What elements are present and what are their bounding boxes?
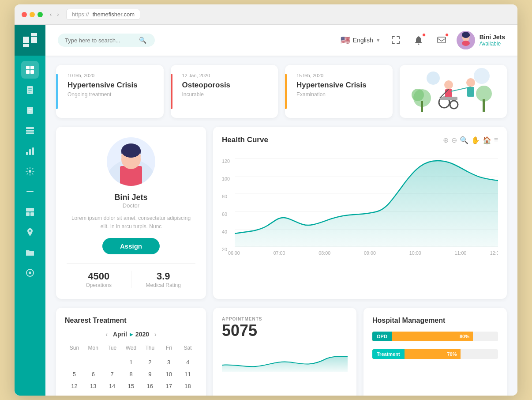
- search-icon: 🔍: [139, 37, 146, 44]
- cal-day[interactable]: 14: [103, 380, 122, 392]
- svg-point-51: [427, 72, 440, 85]
- bar-indicator-red: [171, 74, 172, 109]
- home-icon[interactable]: 🏠: [483, 136, 491, 144]
- cal-day[interactable]: 8: [122, 368, 141, 380]
- hc-header: Health Curve ⊕ ⊖ 🔍 ✋ 🏠 ≡: [222, 136, 498, 144]
- appointments-card: APPOINTMENTS 5075: [213, 308, 356, 396]
- diag-title-1: Hypertensive Crisis: [64, 81, 156, 90]
- cal-day[interactable]: 21: [103, 392, 122, 396]
- cal-day[interactable]: 17: [159, 380, 178, 392]
- cal-day[interactable]: 20: [84, 392, 103, 396]
- cal-day[interactable]: 3: [159, 356, 178, 368]
- menu-icon[interactable]: ≡: [494, 136, 498, 144]
- fullscreen-button[interactable]: [388, 32, 404, 48]
- sidebar-icon-location[interactable]: [21, 223, 39, 241]
- cal-days-header: Sun Mon Tue Wed Thu Fri Sat: [65, 343, 197, 353]
- search-input[interactable]: [65, 37, 135, 44]
- cal-day[interactable]: 6: [84, 368, 103, 380]
- magnify-icon[interactable]: 🔍: [460, 136, 468, 144]
- svg-rect-30: [438, 37, 446, 43]
- app-container: 🔍 🇺🇸 English ▼: [15, 25, 517, 396]
- stat-operations: 4500 Operations: [67, 271, 131, 288]
- cal-day[interactable]: 24: [159, 392, 178, 396]
- svg-text:60: 60: [222, 211, 227, 217]
- sidebar-icon-chart[interactable]: [21, 142, 39, 160]
- user-info[interactable]: Bini Jets Available: [457, 31, 505, 49]
- cal-day[interactable]: 25: [178, 392, 197, 396]
- svg-point-38: [412, 89, 424, 101]
- svg-rect-3: [31, 33, 37, 36]
- sidebar-icon-settings[interactable]: [21, 162, 39, 180]
- cal-prev-button[interactable]: ‹: [105, 331, 108, 338]
- cal-next-button[interactable]: ›: [154, 331, 157, 338]
- svg-rect-44: [440, 97, 457, 100]
- svg-rect-16: [26, 130, 34, 132]
- cal-day[interactable]: 1: [122, 356, 141, 368]
- cal-day[interactable]: 22: [122, 392, 141, 396]
- svg-rect-0: [23, 37, 29, 43]
- messages-button[interactable]: [434, 32, 450, 48]
- diag-sub-3: Examination: [293, 91, 385, 98]
- svg-rect-18: [26, 152, 28, 155]
- url-protocol: https://: [72, 11, 89, 18]
- sidebar-icon-note[interactable]: [21, 102, 39, 119]
- nearest-treatment-card: Nearest Treatment ‹ April ▸ 2020 ›: [56, 308, 206, 396]
- cal-day[interactable]: 10: [159, 368, 178, 380]
- diag-sub-1: Ongoing treatment: [64, 91, 156, 98]
- svg-rect-12: [27, 107, 33, 114]
- svg-point-33: [462, 41, 470, 46]
- nav-back[interactable]: ‹: [48, 10, 53, 19]
- cal-day[interactable]: 2: [140, 356, 159, 368]
- cal-day[interactable]: 11: [178, 368, 197, 380]
- bar-indicator-orange: [285, 74, 287, 109]
- cal-day[interactable]: 19: [65, 392, 84, 396]
- cal-day[interactable]: 23: [140, 392, 159, 396]
- sidebar-icon-file[interactable]: [21, 81, 39, 99]
- zoom-in-icon[interactable]: ⊕: [443, 136, 449, 144]
- svg-rect-23: [26, 208, 34, 211]
- stat-rating-label: Medical Rating: [131, 282, 196, 288]
- svg-text:20: 20: [222, 247, 227, 252]
- pan-icon[interactable]: ✋: [471, 136, 480, 144]
- bar-indicator-blue: [56, 74, 58, 109]
- avatar: [457, 31, 475, 49]
- svg-rect-24: [26, 212, 30, 216]
- svg-point-26: [29, 230, 31, 232]
- calendar-nav: ‹ April ▸ 2020 ›: [65, 331, 197, 338]
- sidebar-icon-folder[interactable]: [21, 244, 39, 261]
- sidebar-icon-grid[interactable]: [21, 61, 39, 79]
- svg-point-52: [474, 68, 490, 84]
- cal-label-fri: Fri: [159, 343, 178, 353]
- cal-day[interactable]: 15: [122, 380, 141, 392]
- zoom-out-icon[interactable]: ⊖: [451, 136, 457, 144]
- diag-date-3: 15 feb, 2020: [293, 73, 385, 78]
- sidebar-icon-minus[interactable]: [21, 183, 39, 200]
- doctor-card: Bini Jets Doctor Lorem ipsum dolor sit a…: [56, 127, 206, 299]
- doctor-name: Bini Jets: [114, 193, 147, 202]
- cal-day[interactable]: 7: [103, 368, 122, 380]
- sidebar-icon-layout[interactable]: [21, 203, 39, 221]
- cal-day[interactable]: 16: [140, 380, 159, 392]
- cal-day[interactable]: 9: [140, 368, 159, 380]
- nav-forward[interactable]: ›: [55, 10, 60, 19]
- bottom-section: Nearest Treatment ‹ April ▸ 2020 ›: [56, 308, 507, 396]
- svg-text:12:00: 12:00: [490, 250, 498, 256]
- cal-day[interactable]: 18: [178, 380, 197, 392]
- sidebar-icon-table[interactable]: [21, 122, 39, 140]
- cal-day[interactable]: 13: [84, 380, 103, 392]
- middle-section: Bini Jets Doctor Lorem ipsum dolor sit a…: [56, 127, 507, 299]
- language-selector[interactable]: 🇺🇸 English ▼: [341, 35, 381, 45]
- svg-rect-9: [28, 88, 32, 89]
- cal-day[interactable]: 4: [178, 356, 197, 368]
- svg-text:09:00: 09:00: [364, 250, 376, 256]
- cal-month: April: [113, 331, 127, 338]
- browser-bar: ‹ › https:// themefisher.com: [15, 4, 517, 25]
- cal-day[interactable]: 12: [65, 380, 84, 392]
- cal-day: [65, 356, 84, 368]
- notifications-button[interactable]: [411, 32, 427, 48]
- cal-day[interactable]: 5: [65, 368, 84, 380]
- sidebar-icon-circle[interactable]: [21, 264, 39, 282]
- hospital-card: Hospital Management OPD 80%: [363, 308, 507, 396]
- hosp-title: Hospital Management: [372, 317, 498, 325]
- assign-button[interactable]: Assign: [102, 238, 160, 254]
